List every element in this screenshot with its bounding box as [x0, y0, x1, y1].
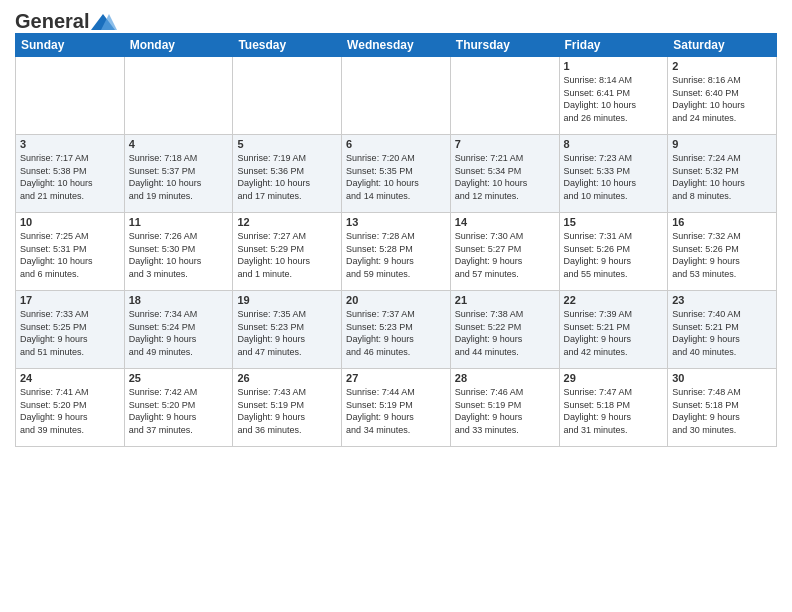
- day-info: Sunrise: 7:38 AM Sunset: 5:22 PM Dayligh…: [455, 308, 555, 358]
- day-number: 15: [564, 216, 664, 228]
- day-info: Sunrise: 7:31 AM Sunset: 5:26 PM Dayligh…: [564, 230, 664, 280]
- day-number: 7: [455, 138, 555, 150]
- weekday-header: Sunday: [16, 34, 125, 57]
- calendar-cell: 10Sunrise: 7:25 AM Sunset: 5:31 PM Dayli…: [16, 213, 125, 291]
- calendar-cell: 24Sunrise: 7:41 AM Sunset: 5:20 PM Dayli…: [16, 369, 125, 447]
- day-number: 19: [237, 294, 337, 306]
- day-info: Sunrise: 7:44 AM Sunset: 5:19 PM Dayligh…: [346, 386, 446, 436]
- day-info: Sunrise: 7:21 AM Sunset: 5:34 PM Dayligh…: [455, 152, 555, 202]
- day-info: Sunrise: 7:27 AM Sunset: 5:29 PM Dayligh…: [237, 230, 337, 280]
- day-number: 21: [455, 294, 555, 306]
- day-number: 14: [455, 216, 555, 228]
- weekday-header: Monday: [124, 34, 233, 57]
- header: General: [15, 10, 777, 29]
- day-number: 11: [129, 216, 229, 228]
- day-number: 1: [564, 60, 664, 72]
- day-number: 6: [346, 138, 446, 150]
- day-number: 13: [346, 216, 446, 228]
- calendar-cell: 19Sunrise: 7:35 AM Sunset: 5:23 PM Dayli…: [233, 291, 342, 369]
- calendar-cell: 22Sunrise: 7:39 AM Sunset: 5:21 PM Dayli…: [559, 291, 668, 369]
- calendar-cell: [450, 57, 559, 135]
- day-info: Sunrise: 7:48 AM Sunset: 5:18 PM Dayligh…: [672, 386, 772, 436]
- day-info: Sunrise: 7:26 AM Sunset: 5:30 PM Dayligh…: [129, 230, 229, 280]
- calendar-cell: 27Sunrise: 7:44 AM Sunset: 5:19 PM Dayli…: [342, 369, 451, 447]
- logo: General: [15, 10, 117, 29]
- day-info: Sunrise: 7:43 AM Sunset: 5:19 PM Dayligh…: [237, 386, 337, 436]
- day-info: Sunrise: 7:47 AM Sunset: 5:18 PM Dayligh…: [564, 386, 664, 436]
- weekday-header: Thursday: [450, 34, 559, 57]
- page-container: General SundayMondayTuesdayWednesdayThur…: [0, 0, 792, 452]
- day-number: 18: [129, 294, 229, 306]
- calendar-cell: 14Sunrise: 7:30 AM Sunset: 5:27 PM Dayli…: [450, 213, 559, 291]
- logo-general: General: [15, 10, 89, 33]
- day-number: 25: [129, 372, 229, 384]
- calendar-cell: 4Sunrise: 7:18 AM Sunset: 5:37 PM Daylig…: [124, 135, 233, 213]
- day-info: Sunrise: 7:37 AM Sunset: 5:23 PM Dayligh…: [346, 308, 446, 358]
- calendar-cell: 9Sunrise: 7:24 AM Sunset: 5:32 PM Daylig…: [668, 135, 777, 213]
- day-number: 10: [20, 216, 120, 228]
- day-number: 2: [672, 60, 772, 72]
- calendar-cell: 17Sunrise: 7:33 AM Sunset: 5:25 PM Dayli…: [16, 291, 125, 369]
- calendar-cell: 30Sunrise: 7:48 AM Sunset: 5:18 PM Dayli…: [668, 369, 777, 447]
- day-number: 16: [672, 216, 772, 228]
- calendar-cell: 25Sunrise: 7:42 AM Sunset: 5:20 PM Dayli…: [124, 369, 233, 447]
- day-info: Sunrise: 7:39 AM Sunset: 5:21 PM Dayligh…: [564, 308, 664, 358]
- day-number: 23: [672, 294, 772, 306]
- weekday-header: Friday: [559, 34, 668, 57]
- calendar-cell: 3Sunrise: 7:17 AM Sunset: 5:38 PM Daylig…: [16, 135, 125, 213]
- calendar-cell: 18Sunrise: 7:34 AM Sunset: 5:24 PM Dayli…: [124, 291, 233, 369]
- calendar-cell: 12Sunrise: 7:27 AM Sunset: 5:29 PM Dayli…: [233, 213, 342, 291]
- calendar-cell: [16, 57, 125, 135]
- day-number: 5: [237, 138, 337, 150]
- calendar-cell: 7Sunrise: 7:21 AM Sunset: 5:34 PM Daylig…: [450, 135, 559, 213]
- calendar-table: SundayMondayTuesdayWednesdayThursdayFrid…: [15, 33, 777, 447]
- day-info: Sunrise: 7:46 AM Sunset: 5:19 PM Dayligh…: [455, 386, 555, 436]
- weekday-header: Wednesday: [342, 34, 451, 57]
- day-info: Sunrise: 8:14 AM Sunset: 6:41 PM Dayligh…: [564, 74, 664, 124]
- day-number: 26: [237, 372, 337, 384]
- day-number: 12: [237, 216, 337, 228]
- day-number: 27: [346, 372, 446, 384]
- calendar-cell: 1Sunrise: 8:14 AM Sunset: 6:41 PM Daylig…: [559, 57, 668, 135]
- calendar-cell: 8Sunrise: 7:23 AM Sunset: 5:33 PM Daylig…: [559, 135, 668, 213]
- calendar-cell: 15Sunrise: 7:31 AM Sunset: 5:26 PM Dayli…: [559, 213, 668, 291]
- day-number: 3: [20, 138, 120, 150]
- calendar-cell: 5Sunrise: 7:19 AM Sunset: 5:36 PM Daylig…: [233, 135, 342, 213]
- day-number: 24: [20, 372, 120, 384]
- weekday-header: Saturday: [668, 34, 777, 57]
- calendar-cell: 23Sunrise: 7:40 AM Sunset: 5:21 PM Dayli…: [668, 291, 777, 369]
- weekday-header: Tuesday: [233, 34, 342, 57]
- day-number: 30: [672, 372, 772, 384]
- day-number: 29: [564, 372, 664, 384]
- day-info: Sunrise: 7:28 AM Sunset: 5:28 PM Dayligh…: [346, 230, 446, 280]
- day-info: Sunrise: 7:20 AM Sunset: 5:35 PM Dayligh…: [346, 152, 446, 202]
- day-info: Sunrise: 7:41 AM Sunset: 5:20 PM Dayligh…: [20, 386, 120, 436]
- day-number: 20: [346, 294, 446, 306]
- calendar-cell: 2Sunrise: 8:16 AM Sunset: 6:40 PM Daylig…: [668, 57, 777, 135]
- calendar-cell: 26Sunrise: 7:43 AM Sunset: 5:19 PM Dayli…: [233, 369, 342, 447]
- calendar-cell: 16Sunrise: 7:32 AM Sunset: 5:26 PM Dayli…: [668, 213, 777, 291]
- calendar-cell: 6Sunrise: 7:20 AM Sunset: 5:35 PM Daylig…: [342, 135, 451, 213]
- calendar-cell: [124, 57, 233, 135]
- day-number: 8: [564, 138, 664, 150]
- day-number: 22: [564, 294, 664, 306]
- calendar-cell: [342, 57, 451, 135]
- day-info: Sunrise: 7:34 AM Sunset: 5:24 PM Dayligh…: [129, 308, 229, 358]
- day-info: Sunrise: 7:40 AM Sunset: 5:21 PM Dayligh…: [672, 308, 772, 358]
- day-info: Sunrise: 7:42 AM Sunset: 5:20 PM Dayligh…: [129, 386, 229, 436]
- day-info: Sunrise: 7:25 AM Sunset: 5:31 PM Dayligh…: [20, 230, 120, 280]
- calendar-cell: 29Sunrise: 7:47 AM Sunset: 5:18 PM Dayli…: [559, 369, 668, 447]
- day-info: Sunrise: 7:23 AM Sunset: 5:33 PM Dayligh…: [564, 152, 664, 202]
- day-info: Sunrise: 7:33 AM Sunset: 5:25 PM Dayligh…: [20, 308, 120, 358]
- day-info: Sunrise: 7:35 AM Sunset: 5:23 PM Dayligh…: [237, 308, 337, 358]
- calendar-cell: 21Sunrise: 7:38 AM Sunset: 5:22 PM Dayli…: [450, 291, 559, 369]
- calendar-cell: 20Sunrise: 7:37 AM Sunset: 5:23 PM Dayli…: [342, 291, 451, 369]
- logo-icon: [89, 12, 117, 32]
- day-info: Sunrise: 7:24 AM Sunset: 5:32 PM Dayligh…: [672, 152, 772, 202]
- calendar-cell: 13Sunrise: 7:28 AM Sunset: 5:28 PM Dayli…: [342, 213, 451, 291]
- day-info: Sunrise: 7:17 AM Sunset: 5:38 PM Dayligh…: [20, 152, 120, 202]
- day-number: 9: [672, 138, 772, 150]
- calendar-cell: 11Sunrise: 7:26 AM Sunset: 5:30 PM Dayli…: [124, 213, 233, 291]
- day-info: Sunrise: 7:30 AM Sunset: 5:27 PM Dayligh…: [455, 230, 555, 280]
- day-number: 28: [455, 372, 555, 384]
